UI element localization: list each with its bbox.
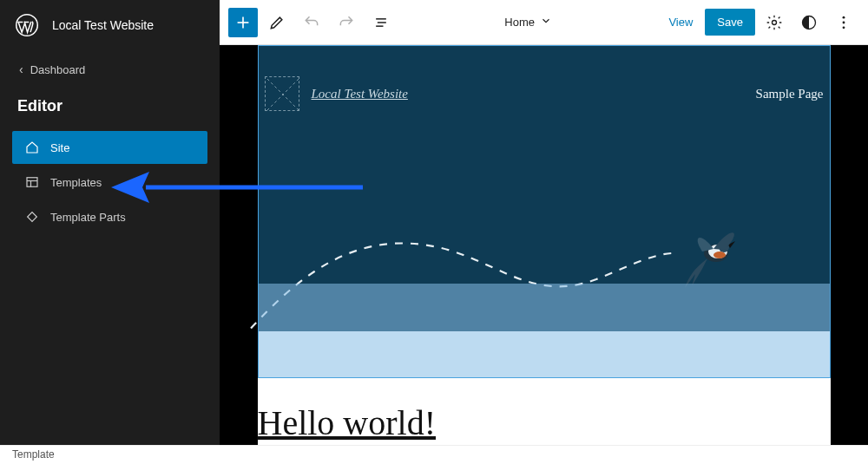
page-frame[interactable]: Local Test Website Sample Page: [258, 45, 831, 445]
toolbar-left: [228, 7, 397, 38]
redo-button[interactable]: [331, 7, 362, 38]
svg-point-15: [843, 21, 845, 23]
editor-sidebar: Local Test Website ‹ Dashboard Editor Si…: [0, 0, 220, 445]
editor-canvas[interactable]: Local Test Website Sample Page: [220, 45, 868, 445]
hero-illustration: [249, 167, 822, 340]
hero-header: Local Test Website Sample Page: [258, 45, 831, 111]
nav-page-link[interactable]: Sample Page: [756, 87, 824, 101]
svg-point-22: [725, 245, 727, 247]
styles-button[interactable]: [793, 7, 825, 38]
chevron-left-icon: ‹: [19, 62, 23, 76]
svg-point-20: [708, 245, 727, 258]
svg-rect-6: [28, 212, 37, 222]
back-to-dashboard[interactable]: ‹ Dashboard: [0, 50, 220, 87]
toolbar-right: View Save: [660, 7, 859, 38]
sidebar-item-template-parts[interactable]: Template Parts: [12, 200, 207, 233]
editor-area: Home View Save: [220, 0, 868, 445]
site-title-link[interactable]: Local Test Website: [312, 87, 408, 101]
svg-point-21: [719, 242, 729, 252]
save-button[interactable]: Save: [705, 9, 755, 36]
more-options-button[interactable]: [828, 7, 859, 38]
sidebar-header: Local Test Website: [0, 0, 220, 50]
svg-point-16: [843, 26, 845, 29]
hero-block[interactable]: Local Test Website Sample Page: [258, 45, 831, 331]
chevron-down-icon: [540, 15, 552, 29]
site-logo-placeholder[interactable]: [265, 76, 299, 111]
sidebar-item-label: Template Parts: [50, 211, 126, 224]
sidebar-item-label: Site: [50, 141, 69, 154]
sidebar-item-templates[interactable]: Templates: [12, 166, 207, 199]
wordpress-logo-icon[interactable]: [14, 12, 40, 38]
site-name: Local Test Website: [52, 18, 154, 32]
svg-point-23: [713, 252, 726, 258]
home-icon: [24, 140, 40, 155]
template-selector[interactable]: Home: [397, 15, 660, 29]
svg-point-12: [773, 20, 777, 24]
post-title[interactable]: Hello world!: [258, 331, 831, 443]
sidebar-section-title: Editor: [0, 87, 220, 131]
svg-rect-3: [27, 178, 37, 187]
undo-button[interactable]: [296, 7, 327, 38]
settings-button[interactable]: [759, 7, 790, 38]
svg-point-19: [704, 245, 728, 262]
editor-toolbar: Home View Save: [220, 0, 868, 45]
status-bar: Template: [0, 445, 868, 464]
sidebar-item-site[interactable]: Site: [12, 131, 207, 164]
back-label: Dashboard: [30, 63, 86, 76]
svg-point-14: [843, 16, 845, 18]
edit-tool-button[interactable]: [261, 7, 293, 38]
sidebar-item-label: Templates: [50, 176, 102, 189]
breadcrumb[interactable]: Template: [12, 448, 55, 461]
layout-icon: [24, 174, 40, 190]
diamond-icon: [24, 209, 40, 225]
add-block-button[interactable]: [228, 8, 258, 37]
list-view-button[interactable]: [365, 7, 397, 38]
view-link[interactable]: View: [660, 9, 701, 36]
template-label: Home: [504, 16, 535, 29]
sidebar-nav: Site Templates Template Parts: [0, 131, 220, 235]
